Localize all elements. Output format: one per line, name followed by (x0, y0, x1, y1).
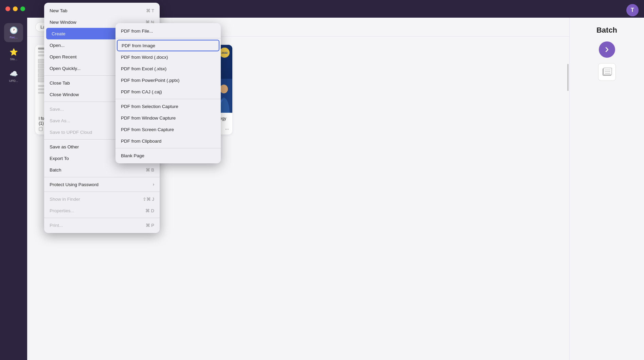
menu-shortcut-show-finder: ⇧⌘ J (143, 197, 154, 202)
submenu-pdf-from-image[interactable]: PDF from Image (117, 40, 219, 51)
menu-label-properties: Properties... (50, 208, 74, 213)
submenu-pdf-from-selection[interactable]: PDF from Selection Capture (115, 101, 221, 112)
submenu-divider-1 (115, 38, 221, 38)
menu-label-print: Print... (50, 223, 63, 228)
menu-label-batch: Batch (50, 167, 61, 173)
menu-item-print: Print... ⌘ P (44, 219, 160, 231)
close-button[interactable] (5, 6, 10, 11)
menu-label-protect-password: Protect Using Password (50, 182, 99, 187)
submenu-pdf-from-clipboard[interactable]: PDF from Clipboard (115, 135, 221, 147)
sidebar-item-starred[interactable]: ⭐ Sta... (4, 45, 23, 64)
menu-divider-5 (44, 192, 160, 192)
menu-label-export-to: Export To (50, 156, 69, 161)
menu-label-show-finder: Show in Finder (50, 197, 80, 202)
submenu-blank-page[interactable]: Blank Page (115, 150, 221, 161)
submenu-label-pdf-from-powerpoint: PDF from PowerPoint (.pptx) (121, 78, 180, 83)
submenu-pdf-from-window[interactable]: PDF from Window Capture (115, 112, 221, 124)
menu-label-close-tab: Close Tab (50, 80, 70, 86)
submenu-divider-3 (115, 148, 221, 148)
sidebar: 🕐 Rec... ⭐ Sta... ☁️ UPD... (0, 18, 27, 360)
submenu-pdf-from-screen[interactable]: PDF from Screen Capture (115, 124, 221, 135)
batch-title: Batch (596, 26, 617, 35)
menu-label-save-updf-cloud: Save to UPDF Cloud (50, 130, 92, 135)
menu-label-new-window: New Window (50, 20, 76, 25)
svg-rect-37 (604, 68, 612, 75)
batch-arrow-button[interactable] (599, 41, 615, 58)
menu-label-open-recent: Open Recent (50, 54, 77, 59)
cloud-icon: ☁️ (10, 70, 18, 78)
sidebar-recent-label: Rec... (10, 36, 18, 39)
sidebar-item-cloud[interactable]: ☁️ UPD... (4, 67, 23, 86)
batch-stack-icon (598, 63, 616, 81)
menu-arrow-protect-password: › (153, 182, 154, 187)
menu-label-save-as-other: Save as Other (50, 144, 79, 149)
menu-divider-6 (44, 218, 160, 218)
submenu-label-pdf-from-image: PDF from Image (122, 43, 155, 48)
menu-item-show-finder: Show in Finder ⇧⌘ J (44, 193, 160, 205)
submenu-pdf-from-file[interactable]: PDF from File... (115, 25, 221, 37)
submenu-divider-2 (115, 99, 221, 99)
right-panel-batch: Batch (569, 18, 644, 360)
submenu-label-pdf-from-screen: PDF from Screen Capture (121, 127, 174, 132)
recent-icon: 🕐 (10, 26, 18, 34)
menu-item-properties: Properties... ⌘ D (44, 205, 160, 216)
menu-item-new-tab[interactable]: New Tab ⌘ T (44, 5, 160, 16)
menu-shortcut-new-tab: ⌘ T (146, 8, 154, 13)
minimize-button[interactable] (13, 6, 18, 11)
menu-item-protect-password[interactable]: Protect Using Password › (44, 179, 160, 190)
menu-label-create: Create (52, 31, 66, 36)
submenu-pdf-from-word[interactable]: PDF from Word (.docx) (115, 51, 221, 63)
svg-rect-13 (39, 127, 42, 131)
maximize-button[interactable] (20, 6, 25, 11)
menu-label-save-as: Save As... (50, 118, 70, 123)
submenu-pdf-from-excel[interactable]: PDF from Excel (.xlsx) (115, 63, 221, 74)
menu-label-save: Save... (50, 107, 64, 112)
sidebar-cloud-label: UPD... (9, 79, 18, 83)
menu-label-open: Open... (50, 43, 65, 48)
submenu-label-pdf-from-caj: PDF from CAJ (.caj) (121, 89, 162, 94)
submenu-label-pdf-from-word: PDF from Word (.docx) (121, 55, 168, 60)
sidebar-item-recent[interactable]: 🕐 Rec... (4, 23, 23, 42)
menu-item-batch[interactable]: Batch ⌘ B (44, 164, 160, 176)
traffic-lights (5, 6, 25, 11)
svg-point-31 (220, 85, 228, 93)
submenu-label-pdf-from-selection: PDF from Selection Capture (121, 104, 178, 109)
menu-label-new-tab: New Tab (50, 8, 67, 13)
submenu-label-pdf-from-clipboard: PDF from Clipboard (121, 139, 161, 144)
submenu-label-pdf-from-excel: PDF from Excel (.xlsx) (121, 66, 166, 71)
submenu-pdf-from-caj[interactable]: PDF from CAJ (.caj) (115, 86, 221, 97)
menu-shortcut-batch: ⌘ B (146, 167, 154, 173)
submenu-label-pdf-from-window: PDF from Window Capture (121, 115, 176, 121)
menu-divider-4 (44, 177, 160, 177)
starred-icon: ⭐ (10, 48, 18, 56)
submenu-create: PDF from File... PDF from Image PDF from… (115, 23, 221, 163)
avatar[interactable]: T (626, 4, 639, 16)
submenu-label-blank-page: Blank Page (121, 153, 144, 158)
menu-label-close-window: Close Window (50, 92, 79, 97)
scrollbar-thumb (567, 64, 569, 91)
submenu-pdf-from-powerpoint[interactable]: PDF from PowerPoint (.pptx) (115, 74, 221, 86)
sidebar-starred-label: Sta... (10, 57, 17, 61)
menu-shortcut-properties: ⌘ D (145, 208, 154, 213)
menu-label-open-quickly: Open Quickly... (50, 66, 80, 71)
submenu-label-pdf-from-file: PDF from File... (121, 29, 153, 34)
menu-shortcut-print: ⌘ P (146, 223, 154, 228)
scrollbar[interactable] (567, 57, 569, 360)
